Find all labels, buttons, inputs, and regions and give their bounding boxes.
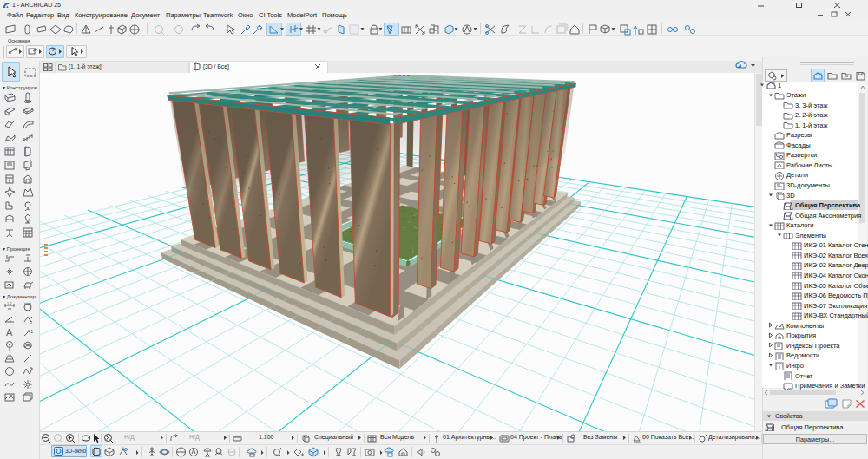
svg-text:α: α	[30, 319, 32, 325]
svg-text:A: A	[6, 327, 13, 338]
svg-text:A1: A1	[27, 329, 34, 334]
svg-text:1.2: 1.2	[7, 301, 12, 305]
